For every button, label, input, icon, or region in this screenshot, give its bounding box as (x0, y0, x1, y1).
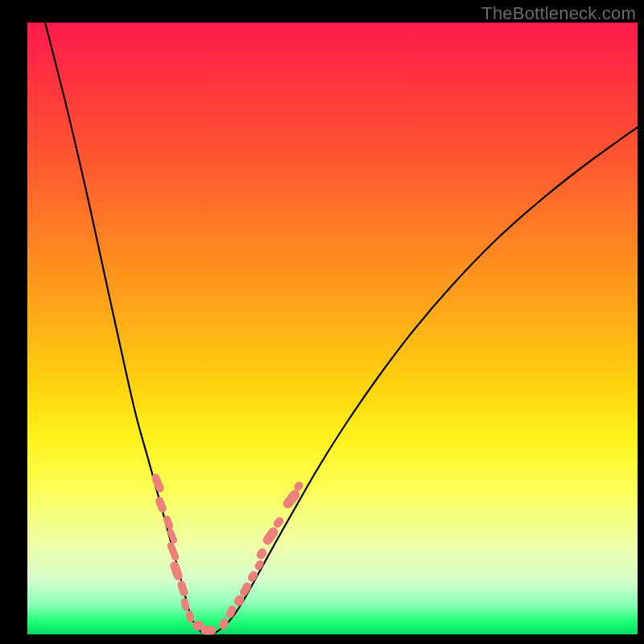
curve-marker (201, 626, 217, 635)
curve-marker (167, 528, 179, 545)
curve-marker (169, 560, 184, 581)
bottleneck-curve (0, 0, 644, 644)
curve-marker (218, 617, 229, 631)
curve-marker (246, 569, 259, 583)
chart-frame: TheBottleneck.com (0, 0, 644, 644)
curve-marker (281, 488, 301, 510)
curve-path (45, 23, 638, 634)
curve-marker (254, 559, 266, 572)
curve-marker (155, 496, 168, 514)
curve-marker (176, 580, 189, 597)
curve-marker (166, 541, 180, 562)
curve-marker (151, 473, 165, 493)
curve-marker (261, 526, 280, 547)
curve-marker (185, 610, 194, 623)
